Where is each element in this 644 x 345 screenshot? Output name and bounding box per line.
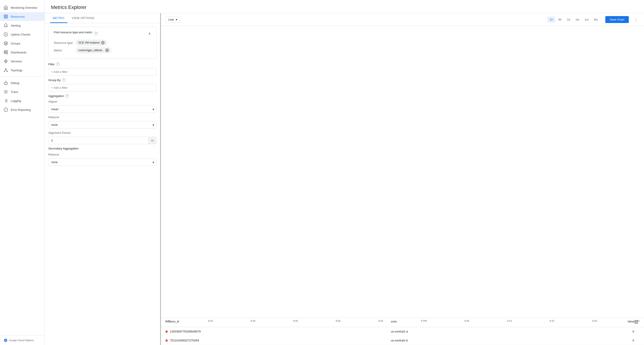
resource-type-chip[interactable]: GCE VM Instance ✕ (76, 40, 107, 45)
secondary-aggregation-section: Secondary Aggregation Reducer none ▾ (45, 147, 160, 169)
aggregation-help-icon[interactable]: ? (65, 94, 69, 98)
metric-label: Metric: (54, 49, 74, 52)
alignment-period-unit: m (148, 137, 156, 144)
time-btn-1d[interactable]: 1d (564, 16, 572, 22)
row-0-instance-id: 1393306776200649079 (170, 330, 200, 333)
x-label-3: 8:45 (293, 320, 298, 322)
home-icon (4, 5, 8, 10)
metric-row: Metric: custom/gpu_utilizati... ✕ (54, 47, 151, 53)
sidebar-item-services[interactable]: Services (0, 57, 44, 66)
trace-icon (4, 90, 8, 94)
resource-type-row: Resource type: GCE VM Instance ✕ (54, 40, 151, 45)
x-label-9: 9:15 (550, 320, 554, 322)
resource-type-close-icon[interactable]: ✕ (101, 41, 105, 44)
svg-rect-1 (6, 15, 8, 16)
aligner-select[interactable]: mean (48, 105, 156, 113)
time-btn-6w[interactable]: 6w (592, 16, 600, 22)
sidebar-item-label: Topology (11, 69, 22, 72)
sidebar-item-groups[interactable]: Groups (0, 39, 44, 48)
svg-line-13 (4, 69, 6, 71)
x-label-7: 9:05 (464, 320, 469, 322)
sidebar-item-label: Resources (11, 15, 24, 18)
secondary-aggregation-title: Secondary Aggregation (48, 147, 156, 150)
row-0-zone: us-central1-a (391, 330, 616, 333)
google-cloud-logo: G Google Cloud Platform (4, 338, 34, 342)
sidebar-item-label: Debug (11, 81, 19, 85)
sidebar-item-label: Groups (11, 42, 20, 45)
sidebar-item-logging[interactable]: Logging (0, 96, 44, 105)
more-options-button[interactable]: ⋮ (632, 16, 640, 23)
find-resource-help-icon[interactable]: ? (94, 32, 98, 35)
x-label-10: 9:20 (592, 320, 597, 322)
filter-input[interactable] (48, 68, 156, 75)
time-btn-1h[interactable]: 1h (548, 16, 555, 22)
layers-icon (4, 41, 8, 45)
svg-point-12 (7, 71, 8, 72)
sidebar-item-error-reporting[interactable]: Error Reporting (0, 105, 44, 114)
x-label-4: 8:50 (336, 320, 340, 322)
svg-rect-6 (6, 51, 8, 52)
row-1-zone: us-central1-b (391, 339, 616, 342)
check-circle-icon (4, 32, 8, 37)
save-chart-button[interactable]: Save Chart (605, 16, 629, 23)
chart-area: 8:30 8:35 8:40 8:45 8:50 8:55 9 PM 9:05 … (161, 26, 644, 318)
sidebar-item-label: Dashboards (11, 51, 26, 54)
section-header: Find resource type and metric ? ∧ (54, 31, 151, 36)
x-label-0: 8:30 (166, 320, 170, 322)
sidebar-item-label: Monitoring Overview (11, 6, 37, 9)
time-range-buttons: 1h 6h 1d 1w 1m 6w (548, 16, 600, 22)
sidebar-item-resources[interactable]: Resources (0, 12, 44, 21)
secondary-reducer-label: Reducer (48, 153, 156, 156)
svg-point-10 (5, 69, 6, 69)
sidebar-item-label: Logging (11, 99, 21, 103)
svg-rect-8 (6, 53, 8, 54)
time-btn-1w[interactable]: 1w (573, 16, 582, 22)
svg-line-14 (6, 69, 7, 71)
svg-text:G: G (5, 340, 6, 342)
sidebar-footer: G Google Cloud Platform (0, 336, 44, 345)
aligner-select-wrapper: mean ▾ (48, 105, 156, 113)
grid-icon (4, 14, 8, 19)
sidebar-item-label: Alerting (11, 24, 20, 27)
time-btn-1m[interactable]: 1m (582, 16, 591, 22)
sidebar-item-debug[interactable]: Debug (0, 78, 44, 87)
table-row: 751314409327270264 us-central1-b 0 (161, 336, 644, 345)
sidebar-item-uptime-checks[interactable]: Uptime Checks (0, 30, 44, 39)
group-by-help-icon[interactable]: ? (62, 78, 66, 82)
svg-marker-4 (4, 41, 8, 43)
time-btn-6h[interactable]: 6h (556, 16, 564, 22)
main-content: Metrics Explorer METRIC VIEW OPTIONS Fin… (45, 0, 644, 345)
topology-icon (4, 68, 8, 72)
resource-type-value: GCE VM Instance (78, 41, 100, 44)
page-title: Metrics Explorer (51, 4, 638, 10)
x-label-1: 8:35 (208, 320, 213, 322)
group-by-section: Group By ? (45, 78, 160, 94)
sidebar-item-topology[interactable]: Topology (0, 66, 44, 75)
alignment-period-input[interactable] (48, 137, 148, 144)
x-label-2: 8:40 (251, 320, 255, 322)
chart-type-select[interactable]: Line ▾ (166, 16, 180, 23)
bug-icon (4, 81, 8, 85)
svg-point-11 (4, 71, 5, 72)
table-row: 1393306776200649079 us-central1-a 0 (161, 327, 644, 336)
svg-rect-5 (4, 51, 6, 52)
sidebar-item-trace[interactable]: Trace (0, 87, 44, 96)
tab-view-options[interactable]: VIEW OPTIONS (69, 13, 97, 23)
sidebar-item-monitoring-overview[interactable]: Monitoring Overview (0, 3, 44, 12)
metric-close-icon[interactable]: ✕ (105, 48, 109, 52)
reducer-select[interactable]: none (48, 121, 156, 128)
secondary-reducer-select-wrapper: none ▾ (48, 158, 156, 166)
tab-metric[interactable]: METRIC (50, 13, 67, 23)
secondary-reducer-select[interactable]: none (48, 158, 156, 166)
collapse-button[interactable]: ∧ (148, 31, 151, 35)
sidebar-divider (0, 76, 44, 77)
metric-chip[interactable]: custom/gpu_utilizati... ✕ (76, 47, 111, 53)
bell-icon (4, 23, 8, 28)
chart-type-label: Line (168, 18, 174, 21)
group-by-input[interactable] (48, 84, 156, 91)
sidebar-item-dashboards[interactable]: Dashboards (0, 48, 44, 57)
sidebar-item-label: Uptime Checks (11, 33, 30, 36)
filter-help-icon[interactable]: ? (56, 62, 60, 66)
x-label-6: 9 PM (421, 320, 427, 322)
sidebar-item-alerting[interactable]: Alerting (0, 21, 44, 30)
